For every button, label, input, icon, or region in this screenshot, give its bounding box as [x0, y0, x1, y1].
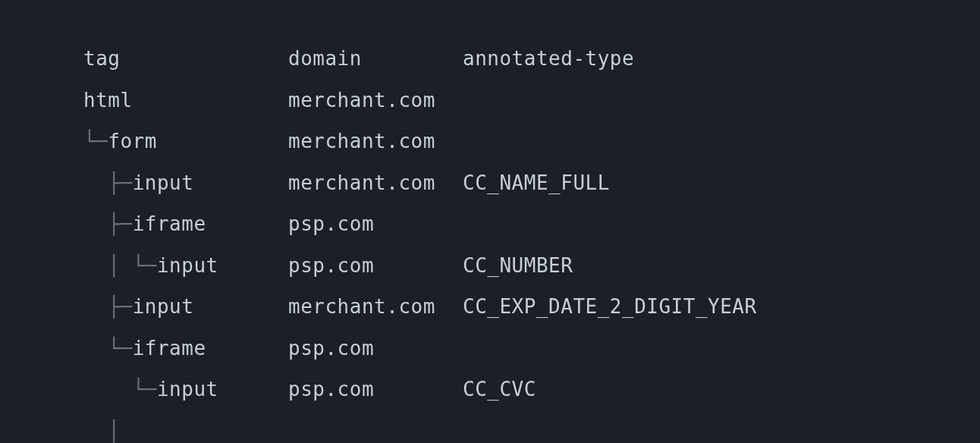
tag-cell: input	[157, 378, 218, 401]
header-domain: domain	[288, 47, 463, 70]
tree-glyph-icon: │ └─	[83, 254, 157, 277]
header-annotated-type: annotated-type	[463, 47, 634, 70]
domain-cell: psp.com	[288, 254, 463, 277]
domain-cell: merchant.com	[288, 89, 463, 112]
domain-cell: merchant.com	[288, 130, 463, 152]
tree-glyph-icon: │	[83, 419, 120, 442]
tree-row: html merchant.com	[83, 80, 980, 121]
type-cell: CC_NAME_FULL	[463, 171, 610, 194]
tree-row: └─input psp.com CC_CVC	[83, 369, 980, 410]
type-cell: CC_EXP_DATE_2_DIGIT_YEAR	[463, 295, 757, 318]
table-header-row: tag domain annotated-type	[83, 38, 980, 80]
tree-glyph-icon: ├─	[83, 212, 133, 235]
domain-cell: merchant.com	[288, 295, 463, 318]
tag-cell: input	[133, 295, 194, 318]
tree-row: ├─input merchant.com CC_NAME_FULL	[83, 162, 980, 204]
tag-cell: input	[133, 171, 194, 194]
tag-cell: iframe	[133, 337, 206, 360]
tree-row: ├─input merchant.com CC_EXP_DATE_2_DIGIT…	[83, 286, 980, 328]
tree-row: └─form merchant.com	[83, 121, 980, 162]
tree-row: └─iframe psp.com	[83, 328, 980, 369]
tree-row: ├─iframe psp.com	[83, 203, 980, 245]
header-tag: tag	[83, 47, 288, 70]
tag-cell: input	[157, 254, 218, 277]
tree-glyph-icon: └─	[83, 337, 133, 360]
type-cell: CC_CVC	[463, 378, 536, 401]
tree-glyph-icon: └─	[83, 378, 157, 401]
tree-glyph-icon: ├─	[83, 171, 133, 194]
tag-cell: iframe	[133, 212, 206, 235]
tag-cell: form	[108, 130, 157, 152]
domain-cell: psp.com	[288, 212, 463, 235]
tree-glyph-icon: └─	[83, 130, 108, 152]
domain-cell: psp.com	[288, 337, 463, 360]
tree-row: │	[83, 410, 980, 444]
tree-row: │ └─input psp.com CC_NUMBER	[83, 245, 980, 287]
domain-cell: merchant.com	[288, 171, 463, 194]
tag-cell: html	[83, 89, 133, 112]
type-cell: CC_NUMBER	[463, 254, 573, 277]
tree-glyph-icon: ├─	[83, 295, 133, 318]
domain-cell: psp.com	[288, 378, 463, 401]
